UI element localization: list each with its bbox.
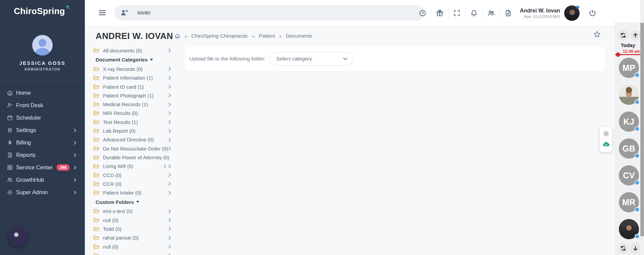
chevron-right-icon[interactable] bbox=[168, 76, 171, 80]
chevron-right-icon[interactable] bbox=[168, 253, 171, 255]
notifications-button[interactable] bbox=[466, 9, 482, 17]
sidebar-item-growthhub[interactable]: GrowthHub bbox=[0, 174, 85, 186]
presence-dot bbox=[635, 153, 640, 158]
folder-row-partial[interactable] bbox=[93, 251, 171, 255]
folder-row[interactable]: Advanced Directive (0) bbox=[93, 135, 171, 144]
scroll-up-button[interactable] bbox=[630, 30, 641, 41]
folder-row[interactable]: null (0) bbox=[93, 216, 171, 224]
document-folder-list: All documents (5) Document Categories X-… bbox=[93, 46, 171, 255]
help-button[interactable]: ? bbox=[414, 9, 431, 17]
folder-row[interactable]: Todd (0) bbox=[93, 224, 171, 233]
folder-icon bbox=[93, 48, 100, 53]
folder-row[interactable]: Medical Records (1) bbox=[93, 100, 171, 109]
chevron-right-icon bbox=[74, 141, 76, 145]
section-header-document-categories[interactable]: Document Categories bbox=[96, 55, 171, 65]
section-header-custom-folders[interactable]: Custom Folders bbox=[96, 197, 171, 207]
sidebar-item-service-center[interactable]: Service Center 398 bbox=[0, 161, 85, 174]
hamburger-menu-icon[interactable] bbox=[99, 10, 106, 16]
sidebar-item-reports[interactable]: Reports bbox=[0, 149, 85, 161]
breadcrumb-documents[interactable]: Documents bbox=[286, 33, 312, 39]
timeline-avatar-photo[interactable] bbox=[619, 219, 639, 239]
search-input[interactable] bbox=[138, 10, 372, 16]
sidebar-item-home[interactable]: Home bbox=[0, 87, 85, 99]
logout-button[interactable] bbox=[584, 9, 601, 17]
chevron-right-icon[interactable] bbox=[168, 67, 171, 71]
folder-row[interactable]: Patient ID card (1) bbox=[93, 82, 171, 91]
chevron-right-icon[interactable] bbox=[168, 146, 171, 151]
folder-row[interactable]: Patient Information (1) bbox=[93, 74, 171, 82]
current-patient-block[interactable]: Andrei W. Iovan Age: 33 (12/03/1989) bbox=[520, 5, 580, 21]
chevron-right-icon[interactable] bbox=[168, 48, 171, 52]
timeline-avatar[interactable]: CV bbox=[619, 165, 639, 185]
breadcrumb-practice[interactable]: ChiroSpring Chiropractic bbox=[191, 33, 248, 39]
folder-row[interactable]: Test Results (1) bbox=[93, 118, 171, 126]
chevron-right-icon[interactable] bbox=[168, 182, 171, 186]
chevron-right-icon[interactable] bbox=[168, 191, 171, 195]
patients-button[interactable] bbox=[483, 9, 499, 17]
folder-row[interactable]: Patient Intake (0) bbox=[93, 188, 171, 197]
patients-icon bbox=[487, 9, 495, 17]
sidebar-item-settings[interactable]: Settings bbox=[0, 124, 85, 136]
chevron-right-icon[interactable] bbox=[168, 120, 171, 124]
sidebar-item-scheduler[interactable]: Scheduler bbox=[0, 112, 85, 124]
sidebar-item-super-admin[interactable]: Super Admin bbox=[0, 186, 85, 199]
chevron-right-icon[interactable] bbox=[168, 129, 171, 133]
folder-row[interactable]: null (0) bbox=[93, 242, 171, 251]
folder-row[interactable]: CCR (0) bbox=[93, 179, 171, 188]
folder-icon bbox=[93, 173, 100, 178]
timeline-avatar-photo[interactable] bbox=[619, 85, 639, 105]
folder-row[interactable]: CCD (0) bbox=[93, 171, 171, 179]
folder-row[interactable]: Durable Power of Attorney (0) bbox=[93, 153, 171, 162]
folder-row[interactable]: Living Will (0) bbox=[93, 162, 171, 171]
chevron-right-icon[interactable] bbox=[168, 218, 171, 222]
rewards-button[interactable] bbox=[431, 9, 448, 17]
user-profile-avatar[interactable] bbox=[32, 35, 53, 55]
folder-row[interactable]: Do Not Resuscitate Order (0) bbox=[93, 144, 171, 153]
folder-row[interactable]: Patient Photograph (1) bbox=[93, 91, 171, 100]
chevron-right-icon[interactable] bbox=[168, 102, 171, 107]
chevron-right-icon[interactable] bbox=[168, 164, 171, 168]
breadcrumb-patient[interactable]: Patient bbox=[259, 33, 275, 39]
category-select[interactable]: Select category bbox=[270, 52, 354, 66]
timeline-avatar[interactable]: KJ bbox=[619, 112, 639, 132]
folder-row[interactable]: emi-s-test (0) bbox=[93, 207, 171, 216]
chat-fab-button[interactable] bbox=[8, 227, 28, 247]
chevron-right-icon[interactable] bbox=[168, 85, 171, 89]
timeline-avatar[interactable]: MP bbox=[619, 58, 639, 78]
folder-row[interactable]: Lab Report (0) bbox=[93, 126, 171, 135]
folder-row-all-documents[interactable]: All documents (5) bbox=[93, 46, 171, 55]
avatar-initials: MR bbox=[622, 198, 636, 207]
patient-search-bar[interactable] bbox=[114, 5, 424, 20]
cloud-sync-icon[interactable] bbox=[602, 140, 610, 148]
folder-row[interactable]: rahat pansat (0) bbox=[93, 233, 171, 242]
sidebar-item-billing[interactable]: $ Billing bbox=[0, 136, 85, 149]
chevron-right-icon[interactable] bbox=[168, 173, 171, 177]
timeline-refresh-button[interactable] bbox=[618, 30, 629, 41]
fullscreen-button[interactable] bbox=[448, 9, 465, 17]
documents-button[interactable] bbox=[500, 9, 517, 17]
current-patient-avatar[interactable] bbox=[564, 5, 580, 21]
scrollbar-thumb[interactable] bbox=[640, 23, 644, 236]
chevron-right-icon[interactable] bbox=[168, 227, 171, 231]
timeline-avatar[interactable]: GB bbox=[619, 138, 639, 159]
folder-icon bbox=[93, 120, 100, 125]
page-scrollbar[interactable] bbox=[640, 0, 644, 255]
chirospring-logo[interactable]: ChiroSpring bbox=[0, 6, 85, 16]
timeline-refresh-bottom-button[interactable] bbox=[618, 243, 629, 254]
support-gear-icon[interactable] bbox=[603, 130, 609, 137]
folder-row[interactable]: X-ray Records (0) bbox=[93, 65, 171, 73]
chevron-right-icon[interactable] bbox=[168, 209, 171, 213]
folder-row[interactable]: MRI Results (0) bbox=[93, 109, 171, 118]
chevron-right-icon[interactable] bbox=[168, 236, 171, 240]
timeline-avatar[interactable]: MR bbox=[619, 192, 639, 212]
sidebar-item-front-desk[interactable]: Front Desk bbox=[0, 99, 85, 112]
chevron-right-icon[interactable] bbox=[168, 138, 171, 142]
chevron-right-icon[interactable] bbox=[168, 93, 171, 97]
sidebar-menu: Home Front Desk Scheduler Settings $ B bbox=[0, 87, 85, 199]
home-icon[interactable] bbox=[174, 33, 180, 39]
chevron-right-icon[interactable] bbox=[168, 245, 171, 249]
favorite-star-button[interactable] bbox=[593, 30, 601, 38]
scroll-down-button[interactable] bbox=[630, 243, 641, 254]
chevron-right-icon[interactable] bbox=[164, 164, 166, 168]
chevron-right-icon[interactable] bbox=[168, 111, 171, 115]
